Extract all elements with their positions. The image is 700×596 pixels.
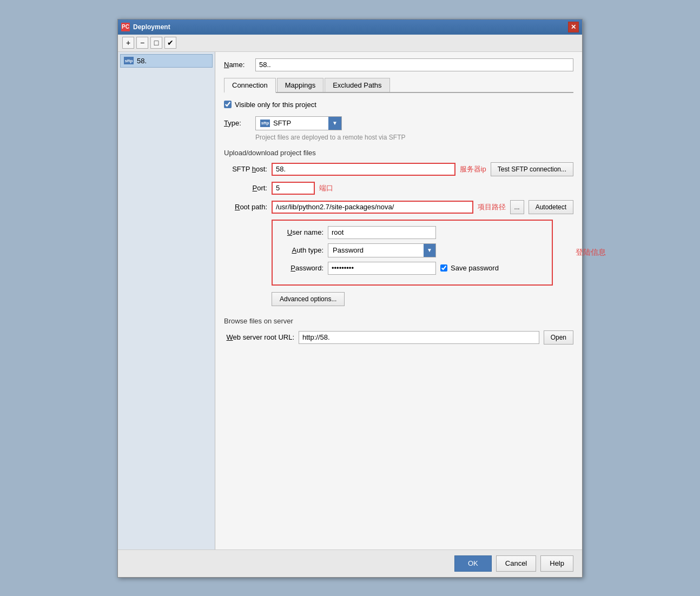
name-row: Name:	[224, 58, 573, 71]
cancel-button[interactable]: Cancel	[496, 555, 536, 572]
sftp-host-row: SFTP host: 服务器ip Test SFTP connection...	[224, 162, 573, 176]
root-path-row: Root path: 项目路径 ... Autodetect	[224, 200, 573, 214]
add-button[interactable]: +	[122, 37, 134, 49]
test-sftp-button[interactable]: Test SFTP connection...	[491, 162, 573, 176]
deployment-dialog: PC Deployment ✕ + − □ ✔ sftp 58. Name:	[117, 19, 583, 578]
tab-excluded-paths[interactable]: Excluded Paths	[325, 78, 389, 92]
title-bar: PC Deployment ✕	[118, 19, 582, 35]
sidebar-item-label: 58.	[137, 57, 147, 65]
hint-text: Project files are deployed to a remote h…	[255, 134, 573, 141]
advanced-options-button[interactable]: Advanced options...	[272, 292, 345, 306]
type-row: Type: sftp SFTP ▼	[224, 116, 573, 130]
port-label: Port:	[224, 184, 267, 192]
browse-section-title: Browse files on server	[224, 317, 573, 325]
autodetect-button[interactable]: Autodetect	[529, 200, 573, 214]
browse-button[interactable]: ...	[510, 200, 524, 214]
auth-type-row: Auth type: Password ▼	[280, 243, 544, 257]
title-icon: PC	[121, 23, 130, 31]
sidebar-item-sftp[interactable]: sftp 58.	[120, 54, 213, 68]
auth-type-dropdown[interactable]: Password ▼	[328, 243, 436, 257]
username-input[interactable]	[328, 226, 436, 239]
root-path-input[interactable]	[272, 201, 473, 214]
save-password-checkbox[interactable]	[440, 264, 447, 271]
auth-box: User name: Auth type: Password ▼ Passwor…	[272, 220, 553, 286]
check-button[interactable]: ✔	[164, 37, 176, 49]
sftp-host-input[interactable]	[272, 163, 455, 176]
sftp-host-label: SFTP host:	[224, 165, 267, 173]
root-path-red-label: 项目路径	[478, 202, 506, 212]
right-panel: Name: Connection Mappings Excluded Paths…	[215, 52, 582, 549]
toolbar: + − □ ✔	[118, 35, 582, 52]
save-password-row: Save password	[440, 264, 499, 272]
password-row: Password: Save password	[280, 262, 544, 275]
name-input[interactable]	[255, 58, 573, 71]
type-dropdown-text: sftp SFTP	[256, 118, 328, 128]
open-button[interactable]: Open	[544, 330, 573, 345]
ok-button[interactable]: OK	[454, 555, 492, 572]
auth-type-arrow-icon: ▼	[424, 244, 435, 257]
password-input[interactable]	[328, 262, 436, 275]
tab-connection[interactable]: Connection	[224, 78, 276, 93]
remove-button[interactable]: −	[136, 37, 148, 49]
auth-type-label: Auth type:	[280, 246, 323, 254]
type-value: SFTP	[273, 119, 291, 127]
visible-only-checkbox[interactable]	[224, 101, 232, 108]
type-dropdown[interactable]: sftp SFTP ▼	[255, 116, 342, 130]
sftp-host-red-label: 服务器ip	[460, 164, 486, 174]
web-url-label: Web server root URL:	[224, 333, 294, 341]
type-label: Type:	[224, 119, 251, 127]
sftp-icon: sftp	[124, 57, 134, 64]
web-url-input[interactable]	[299, 331, 539, 344]
close-button[interactable]: ✕	[568, 22, 579, 32]
username-row: User name:	[280, 226, 544, 239]
dialog-footer: OK Cancel Help	[118, 549, 582, 577]
title-text: Deployment	[133, 23, 170, 31]
sftp-type-icon: sftp	[260, 120, 270, 127]
tab-bar: Connection Mappings Excluded Paths	[224, 78, 573, 93]
auth-type-value: Password	[328, 245, 424, 255]
port-row: Port: 端口	[224, 182, 573, 195]
login-info-red-label: 登陆信息	[576, 248, 606, 257]
port-input[interactable]	[272, 182, 315, 195]
tab-mappings[interactable]: Mappings	[277, 78, 323, 92]
help-button[interactable]: Help	[540, 555, 573, 572]
username-label: User name:	[280, 228, 323, 236]
sidebar: sftp 58.	[118, 52, 215, 549]
visible-only-row: Visible only for this project	[224, 101, 573, 109]
copy-button[interactable]: □	[150, 37, 162, 49]
upload-section-title: Upload/download project files	[224, 149, 573, 157]
web-url-row: Web server root URL: Open	[224, 330, 573, 345]
save-password-label: Save password	[451, 264, 499, 272]
password-label: Password:	[280, 264, 323, 272]
type-arrow-icon: ▼	[328, 117, 341, 130]
main-content: sftp 58. Name: Connection Mappings Exclu…	[118, 52, 582, 549]
port-red-label: 端口	[319, 183, 333, 193]
root-path-label: Root path:	[224, 203, 267, 211]
title-bar-left: PC Deployment	[121, 23, 170, 31]
visible-only-label: Visible only for this project	[235, 101, 316, 109]
name-label: Name:	[224, 61, 251, 69]
